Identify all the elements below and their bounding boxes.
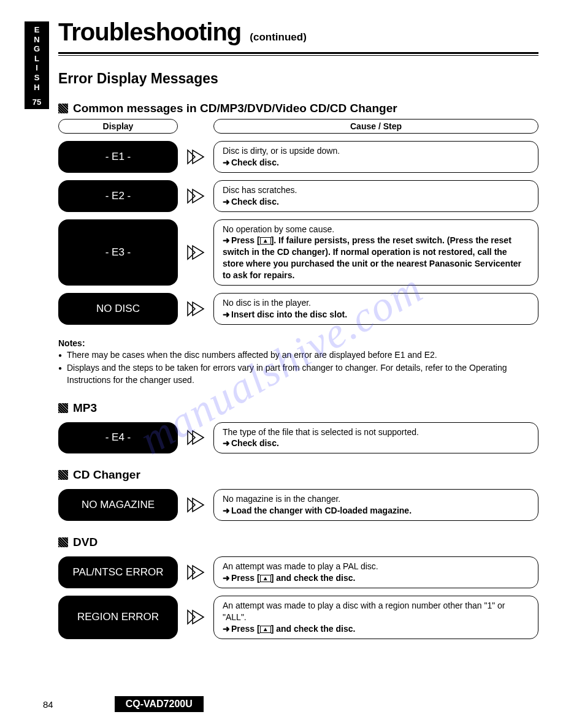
cause-text: Disc has scratches.: [223, 184, 529, 196]
model-badge: CQ-VAD7200U: [115, 696, 204, 712]
display-code: REGION ERROR: [58, 596, 178, 639]
arrow-icon: [178, 180, 213, 212]
arrow-icon: [178, 141, 213, 173]
display-code: - E1 -: [58, 141, 178, 173]
language-tab: ENGLISH: [25, 21, 49, 96]
arrow-icon: [178, 422, 213, 454]
section-page-tab: 75: [25, 95, 49, 109]
note-item: There may be cases when the disc numbers…: [58, 349, 538, 362]
display-code: NO MAGAZINE: [58, 489, 178, 521]
cause-step-box: Disc is dirty, or is upside down.Check d…: [213, 141, 538, 173]
divider: [58, 52, 538, 54]
cause-text: An attempt was made to play a disc with …: [223, 600, 529, 623]
cause-text: The type of the file that is selected is…: [223, 427, 529, 438]
error-row: PAL/NTSC ERRORAn attempt was made to pla…: [58, 556, 538, 588]
error-row: NO MAGAZINENo magazine is in the changer…: [58, 489, 538, 521]
display-code: - E2 -: [58, 180, 178, 212]
error-row: REGION ERRORAn attempt was made to play …: [58, 596, 538, 639]
square-icon: [58, 470, 68, 480]
arrow-icon: [178, 293, 213, 325]
note-item: Displays and the steps to be taken for e…: [58, 362, 538, 386]
error-row: - E2 -Disc has scratches.Check disc.: [58, 180, 538, 212]
cause-text: Disc is dirty, or is upside down.: [223, 145, 529, 157]
cause-text: No operation by some cause.: [223, 224, 529, 235]
square-icon: [58, 537, 68, 547]
cause-header: Cause / Step: [213, 119, 538, 134]
cause-step-box: An attempt was made to play a disc with …: [213, 596, 538, 639]
cause-text: No disc is in the player.: [223, 297, 529, 309]
group-heading: DVD: [73, 536, 98, 549]
section-heading: Error Display Messages: [58, 70, 538, 87]
group-heading: MP3: [73, 401, 97, 415]
cause-step-box: No disc is in the player.Insert disc int…: [213, 293, 538, 325]
arrow-icon: [178, 596, 213, 639]
error-row: - E1 -Disc is dirty, or is upside down.C…: [58, 141, 538, 173]
display-code: - E4 -: [58, 422, 178, 454]
group-heading: Common messages in CD/MP3/DVD/Video CD/C…: [73, 102, 397, 115]
cause-step-box: An attempt was made to play a PAL disc.P…: [213, 556, 538, 588]
display-header: Display: [58, 119, 178, 134]
notes-block: Notes:There may be cases when the disc n…: [58, 338, 538, 387]
page-number: 84: [43, 699, 53, 710]
notes-heading: Notes:: [58, 338, 538, 348]
arrow-icon: [178, 219, 213, 286]
cause-text: No magazine is in the changer.: [223, 493, 529, 505]
page-title: Troubleshooting: [58, 18, 241, 46]
group-heading: CD Changer: [73, 468, 140, 482]
error-row: - E4 -The type of the file that is selec…: [58, 422, 538, 454]
divider: [58, 55, 538, 56]
arrow-icon: [178, 489, 213, 521]
continued-label: (continued): [250, 31, 307, 44]
arrow-icon: [178, 556, 213, 588]
display-code: - E3 -: [58, 219, 178, 286]
square-icon: [58, 104, 68, 113]
cause-step-box: Disc has scratches.Check disc.: [213, 180, 538, 212]
error-row: - E3 -No operation by some cause.Press […: [58, 219, 538, 286]
error-row: NO DISCNo disc is in the player.Insert d…: [58, 293, 538, 325]
cause-step-box: No magazine is in the changer.Load the c…: [213, 489, 538, 521]
cause-text: An attempt was made to play a PAL disc.: [223, 561, 529, 572]
square-icon: [58, 403, 68, 413]
display-code: PAL/NTSC ERROR: [58, 556, 178, 588]
page-footer: 84 CQ-VAD7200U: [43, 696, 204, 712]
cause-step-box: The type of the file that is selected is…: [213, 422, 538, 454]
cause-step-box: No operation by some cause.Press []. If …: [213, 219, 538, 286]
display-code: NO DISC: [58, 293, 178, 325]
